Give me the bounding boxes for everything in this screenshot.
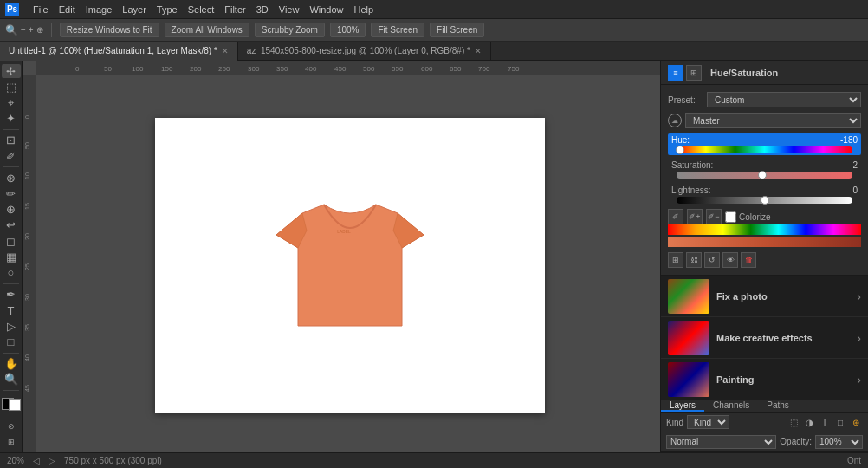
tab-az-close[interactable]: ✕ — [475, 47, 482, 55]
magic-wand-tool[interactable]: ✦ — [2, 112, 21, 126]
zoom-percent-icon: ⊕ — [36, 25, 43, 35]
light-slider-track[interactable] — [677, 197, 852, 204]
filter-smart-icon[interactable]: ⊛ — [849, 415, 863, 429]
gradient-tool[interactable]: ▦ — [2, 250, 21, 263]
suggestion-fix-photo[interactable]: Fix a photo › — [661, 276, 868, 317]
eyedropper-minus-btn[interactable]: ✐− — [706, 209, 722, 224]
delete-icon[interactable]: 🗑 — [741, 252, 756, 268]
hue-slider-track[interactable] — [677, 146, 852, 153]
filter-icons: ⬚ ◑ T □ ⊛ — [787, 415, 863, 429]
dodge-tool[interactable]: ○ — [2, 266, 21, 280]
light-slider-thumb[interactable] — [761, 196, 769, 205]
hue-slider-thumb[interactable] — [676, 146, 684, 154]
move-tool[interactable]: ✢ — [2, 64, 21, 78]
background-color[interactable] — [9, 399, 21, 411]
colorize-checkbox[interactable] — [725, 211, 736, 223]
white-canvas: LABEL — [155, 118, 545, 413]
svg-text:45: 45 — [24, 385, 30, 392]
channel-select[interactable]: Master — [685, 113, 861, 128]
menu-help[interactable]: Help — [354, 4, 374, 15]
suggestion-creative[interactable]: Make creative effects › — [661, 317, 868, 359]
svg-text:700: 700 — [478, 65, 490, 73]
refresh-icon[interactable]: ↺ — [704, 252, 720, 268]
result-bar-row — [668, 237, 861, 247]
opacity-select[interactable]: 100% — [815, 435, 863, 449]
nav-right-icon[interactable]: ▷ — [49, 456, 55, 465]
hand-tool[interactable]: ✋ — [2, 356, 21, 370]
menu-view[interactable]: View — [279, 4, 300, 15]
menu-window[interactable]: Window — [309, 4, 343, 15]
menu-edit[interactable]: Edit — [59, 4, 75, 15]
sat-value: -2 — [823, 160, 858, 170]
channels-tab[interactable]: Channels — [704, 400, 758, 412]
sat-slider-thumb[interactable] — [758, 171, 767, 179]
menu-image[interactable]: Image — [86, 4, 113, 15]
menu-type[interactable]: Type — [157, 4, 178, 15]
brush-tool[interactable]: ✏ — [2, 186, 21, 200]
preset-select[interactable]: Custom — [707, 92, 861, 107]
sat-slider-track[interactable] — [677, 172, 852, 179]
layers-tab[interactable]: Layers — [661, 400, 704, 412]
svg-text:550: 550 — [392, 65, 404, 73]
tab-untitled-close[interactable]: ✕ — [222, 47, 229, 55]
properties-icon-btn2[interactable]: ⊞ — [686, 65, 702, 81]
tab-untitled-label: Untitled-1 @ 100% (Hue/Saturation 1, Lay… — [9, 46, 217, 55]
nav-left-icon[interactable]: ◁ — [33, 456, 40, 465]
menu-filter[interactable]: Filter — [224, 4, 245, 15]
color-tools-row: ✐ ✐+ ✐− Colorize — [668, 209, 861, 224]
svg-text:250: 250 — [218, 65, 230, 73]
menu-file[interactable]: File — [33, 4, 49, 15]
ruler-vertical: 0 50 10 15 20 25 30 35 40 45 — [23, 75, 36, 452]
suggestion-painting[interactable]: Painting › — [661, 359, 868, 400]
scrubby-zoom-btn[interactable]: Scrubby Zoom — [255, 23, 325, 37]
type-tool[interactable]: T — [2, 303, 21, 317]
eraser-tool[interactable]: ◻ — [2, 234, 21, 248]
marquee-tool[interactable]: ⬚ — [2, 80, 21, 94]
svg-text:200: 200 — [190, 65, 202, 73]
eye-icon[interactable]: 👁 — [722, 252, 738, 268]
bottom-icons-row: ⊞ ⛓ ↺ 👁 🗑 — [668, 252, 861, 268]
kind-select[interactable]: Kind — [687, 415, 729, 429]
link-icon[interactable]: ⛓ — [686, 252, 702, 268]
colorize-label[interactable]: Colorize — [725, 211, 771, 223]
quick-mask-btn[interactable]: ⊘ — [2, 419, 21, 433]
filter-shape-icon[interactable]: □ — [833, 415, 847, 429]
menu-select[interactable]: Select — [188, 4, 215, 15]
paths-tab[interactable]: Paths — [758, 400, 798, 412]
eyedropper-tool[interactable]: ✐ — [2, 149, 21, 163]
filter-pixel-icon[interactable]: ⬚ — [787, 415, 800, 429]
svg-text:350: 350 — [276, 65, 288, 73]
zoom-all-btn[interactable]: Zoom All Windows — [165, 23, 249, 37]
properties-icon-btn[interactable]: ≡ — [668, 65, 683, 81]
crop-tool[interactable]: ⊡ — [2, 133, 21, 147]
fit-screen-btn[interactable]: Fit Screen — [371, 23, 424, 37]
fill-screen-btn[interactable]: Fill Screen — [430, 23, 484, 37]
zoom-tool[interactable]: 🔍 — [2, 373, 21, 387]
ps-logo: Ps — [5, 3, 19, 16]
color-boxes[interactable] — [2, 398, 21, 411]
resize-windows-btn[interactable]: Resize Windows to Fit — [60, 23, 159, 37]
100-percent-btn[interactable]: 100% — [330, 23, 366, 37]
clone-tool[interactable]: ⊕ — [2, 203, 21, 217]
spot-healing-tool[interactable]: ⊛ — [2, 171, 21, 185]
clip-icon[interactable]: ⊞ — [668, 252, 683, 268]
tab-az-image[interactable]: az_1540x905-800-resize.jpg @ 100% (Layer… — [238, 42, 491, 61]
pen-tool[interactable]: ✒ — [2, 288, 21, 302]
svg-text:600: 600 — [421, 65, 433, 73]
menu-3d[interactable]: 3D — [256, 4, 269, 15]
filter-adjust-icon[interactable]: ◑ — [802, 415, 816, 429]
screen-mode-btn[interactable]: ⊞ — [2, 435, 21, 449]
blend-mode-select[interactable]: Normal — [666, 435, 776, 449]
history-brush-tool[interactable]: ↩ — [2, 218, 21, 232]
path-select-tool[interactable]: ▷ — [2, 319, 21, 333]
eyedropper-plus-btn[interactable]: ✐+ — [687, 209, 703, 224]
svg-rect-17 — [23, 75, 36, 452]
painting-label: Painting — [716, 374, 850, 385]
tab-untitled[interactable]: Untitled-1 @ 100% (Hue/Saturation 1, Lay… — [0, 42, 238, 61]
shape-tool[interactable]: □ — [2, 335, 21, 348]
filter-type-icon[interactable]: T — [818, 415, 832, 429]
fix-photo-thumb — [668, 279, 709, 314]
menu-layer[interactable]: Layer — [122, 4, 146, 15]
eyedropper-btn[interactable]: ✐ — [668, 209, 683, 224]
lasso-tool[interactable]: ⌖ — [2, 96, 21, 110]
